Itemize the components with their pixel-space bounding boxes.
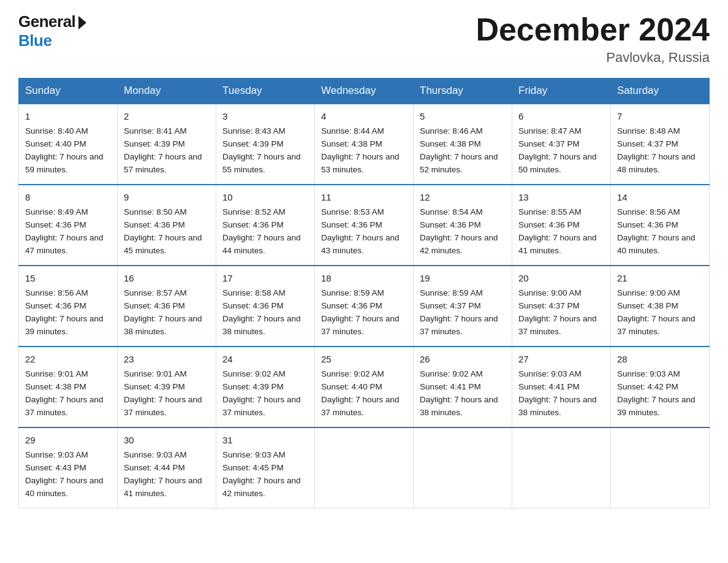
- sunset-label: Sunset: 4:36 PM: [321, 301, 382, 310]
- day-number: 25: [321, 352, 407, 366]
- calendar-cell: 21 Sunrise: 9:00 AM Sunset: 4:38 PM Dayl…: [611, 266, 710, 347]
- calendar-cell: 23 Sunrise: 9:01 AM Sunset: 4:39 PM Dayl…: [118, 347, 216, 427]
- sunset-label: Sunset: 4:42 PM: [617, 382, 678, 391]
- sunset-label: Sunset: 4:38 PM: [617, 301, 678, 310]
- col-saturday: Saturday: [611, 79, 710, 104]
- calendar-cell: [611, 427, 710, 508]
- col-sunday: Sunday: [19, 79, 118, 104]
- daylight-label: Daylight: 7 hours and 42 minutes.: [420, 233, 498, 255]
- sunrise-label: Sunrise: 9:02 AM: [321, 369, 384, 378]
- sunset-label: Sunset: 4:36 PM: [25, 220, 86, 229]
- day-number: 13: [518, 190, 604, 204]
- day-number: 24: [222, 352, 308, 366]
- day-number: 16: [124, 271, 210, 285]
- sunrise-label: Sunrise: 8:52 AM: [222, 207, 286, 216]
- sunrise-label: Sunrise: 8:54 AM: [420, 207, 483, 216]
- calendar-cell: 7 Sunrise: 8:48 AM Sunset: 4:37 PM Dayli…: [611, 104, 710, 185]
- daylight-label: Daylight: 7 hours and 37 minutes.: [124, 395, 202, 417]
- sunrise-label: Sunrise: 8:50 AM: [124, 207, 187, 216]
- day-number: 26: [420, 352, 506, 366]
- calendar-cell: 8 Sunrise: 8:49 AM Sunset: 4:36 PM Dayli…: [19, 185, 118, 266]
- logo-blue-text: Blue: [18, 31, 51, 50]
- day-number: 9: [124, 190, 210, 204]
- calendar-week-5: 29 Sunrise: 9:03 AM Sunset: 4:43 PM Dayl…: [19, 427, 710, 508]
- calendar-cell: 19 Sunrise: 8:59 AM Sunset: 4:37 PM Dayl…: [414, 266, 512, 347]
- sunrise-label: Sunrise: 9:02 AM: [222, 369, 286, 378]
- daylight-label: Daylight: 7 hours and 48 minutes.: [617, 152, 696, 174]
- sunset-label: Sunset: 4:40 PM: [25, 139, 86, 148]
- daylight-label: Daylight: 7 hours and 43 minutes.: [321, 233, 400, 255]
- calendar-cell: 26 Sunrise: 9:02 AM Sunset: 4:41 PM Dayl…: [414, 347, 512, 427]
- daylight-label: Daylight: 7 hours and 59 minutes.: [25, 152, 104, 174]
- sunrise-label: Sunrise: 9:01 AM: [124, 369, 187, 378]
- daylight-label: Daylight: 7 hours and 40 minutes.: [25, 476, 104, 498]
- day-number: 20: [518, 271, 604, 285]
- sunset-label: Sunset: 4:36 PM: [617, 220, 678, 229]
- month-title: December 2024: [476, 12, 710, 47]
- sunset-label: Sunset: 4:36 PM: [222, 220, 284, 229]
- sunset-label: Sunset: 4:39 PM: [222, 382, 284, 391]
- calendar-cell: 20 Sunrise: 9:00 AM Sunset: 4:37 PM Dayl…: [512, 266, 611, 347]
- sunset-label: Sunset: 4:41 PM: [518, 382, 580, 391]
- daylight-label: Daylight: 7 hours and 39 minutes.: [25, 314, 104, 336]
- sunset-label: Sunset: 4:38 PM: [25, 382, 86, 391]
- sunrise-label: Sunrise: 8:49 AM: [25, 207, 88, 216]
- sunrise-label: Sunrise: 8:48 AM: [617, 126, 680, 136]
- sunrise-label: Sunrise: 8:41 AM: [124, 126, 187, 136]
- col-tuesday: Tuesday: [216, 79, 315, 104]
- sunrise-label: Sunrise: 9:03 AM: [222, 450, 286, 459]
- calendar-cell: 4 Sunrise: 8:44 AM Sunset: 4:38 PM Dayli…: [315, 104, 414, 185]
- sunset-label: Sunset: 4:45 PM: [222, 463, 284, 472]
- sunrise-label: Sunrise: 8:58 AM: [222, 288, 286, 297]
- daylight-label: Daylight: 7 hours and 52 minutes.: [420, 152, 498, 174]
- calendar-cell: [512, 427, 611, 508]
- day-number: 15: [25, 271, 111, 285]
- sunset-label: Sunset: 4:36 PM: [420, 220, 481, 229]
- sunrise-label: Sunrise: 8:40 AM: [25, 126, 88, 136]
- day-number: 4: [321, 109, 407, 123]
- day-number: 30: [124, 433, 210, 447]
- calendar-cell: [315, 427, 414, 508]
- sunrise-label: Sunrise: 8:56 AM: [25, 288, 88, 297]
- daylight-label: Daylight: 7 hours and 37 minutes.: [420, 314, 498, 336]
- page-header: General Blue December 2024 Pavlovka, Rus…: [18, 12, 710, 66]
- calendar-cell: 14 Sunrise: 8:56 AM Sunset: 4:36 PM Dayl…: [611, 185, 710, 266]
- day-number: 1: [25, 109, 111, 123]
- daylight-label: Daylight: 7 hours and 37 minutes.: [321, 314, 400, 336]
- calendar-cell: 17 Sunrise: 8:58 AM Sunset: 4:36 PM Dayl…: [216, 266, 315, 347]
- sunset-label: Sunset: 4:36 PM: [124, 220, 185, 229]
- sunset-label: Sunset: 4:37 PM: [420, 301, 481, 310]
- sunset-label: Sunset: 4:39 PM: [124, 382, 185, 391]
- calendar-cell: 30 Sunrise: 9:03 AM Sunset: 4:44 PM Dayl…: [118, 427, 216, 508]
- logo: General Blue: [18, 12, 86, 50]
- calendar-cell: 13 Sunrise: 8:55 AM Sunset: 4:36 PM Dayl…: [512, 185, 611, 266]
- sunrise-label: Sunrise: 9:03 AM: [25, 450, 88, 459]
- calendar-cell: 27 Sunrise: 9:03 AM Sunset: 4:41 PM Dayl…: [512, 347, 611, 427]
- day-number: 29: [25, 433, 111, 447]
- daylight-label: Daylight: 7 hours and 57 minutes.: [124, 152, 202, 174]
- sunset-label: Sunset: 4:39 PM: [222, 139, 284, 148]
- daylight-label: Daylight: 7 hours and 38 minutes.: [222, 314, 301, 336]
- daylight-label: Daylight: 7 hours and 37 minutes.: [518, 314, 597, 336]
- calendar-cell: [414, 427, 512, 508]
- calendar-table: Sunday Monday Tuesday Wednesday Thursday…: [18, 78, 710, 508]
- day-number: 10: [222, 190, 308, 204]
- calendar-cell: 24 Sunrise: 9:02 AM Sunset: 4:39 PM Dayl…: [216, 347, 315, 427]
- calendar-header-row: Sunday Monday Tuesday Wednesday Thursday…: [19, 79, 710, 104]
- day-number: 18: [321, 271, 407, 285]
- sunrise-label: Sunrise: 9:03 AM: [518, 369, 582, 378]
- daylight-label: Daylight: 7 hours and 37 minutes.: [25, 395, 104, 417]
- calendar-cell: 3 Sunrise: 8:43 AM Sunset: 4:39 PM Dayli…: [216, 104, 315, 185]
- calendar-week-4: 22 Sunrise: 9:01 AM Sunset: 4:38 PM Dayl…: [19, 347, 710, 427]
- day-number: 17: [222, 271, 308, 285]
- day-number: 31: [222, 433, 308, 447]
- sunrise-label: Sunrise: 9:00 AM: [617, 288, 680, 297]
- day-number: 8: [25, 190, 111, 204]
- sunrise-label: Sunrise: 8:43 AM: [222, 126, 286, 136]
- day-number: 2: [124, 109, 210, 123]
- calendar-cell: 18 Sunrise: 8:59 AM Sunset: 4:36 PM Dayl…: [315, 266, 414, 347]
- daylight-label: Daylight: 7 hours and 39 minutes.: [617, 395, 696, 417]
- sunrise-label: Sunrise: 9:01 AM: [25, 369, 88, 378]
- daylight-label: Daylight: 7 hours and 44 minutes.: [222, 233, 301, 255]
- sunset-label: Sunset: 4:38 PM: [420, 139, 481, 148]
